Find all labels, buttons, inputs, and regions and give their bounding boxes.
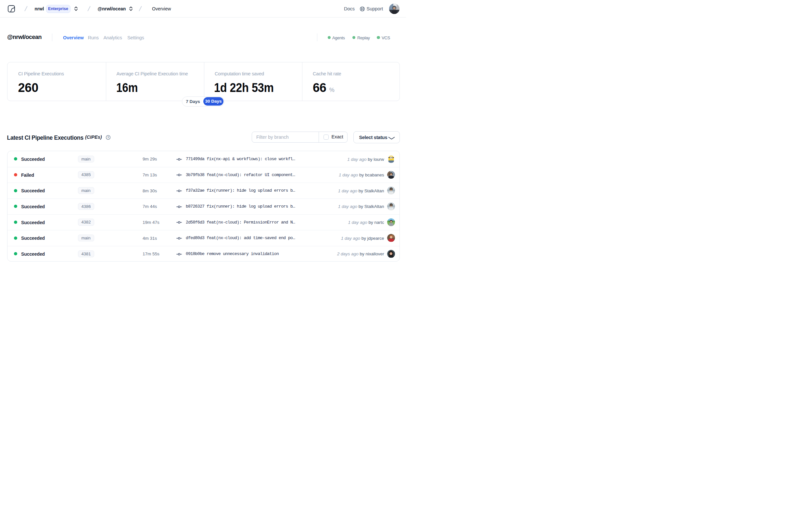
- svg-text:?: ?: [107, 136, 109, 139]
